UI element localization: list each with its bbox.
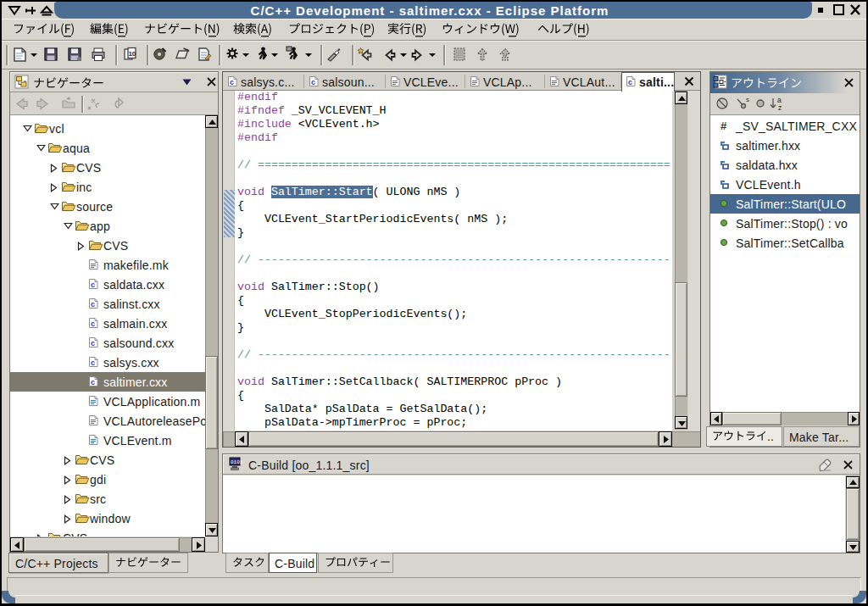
svg-text:s: s — [746, 96, 749, 103]
svg-text:c: c — [230, 78, 234, 86]
svg-text:c: c — [91, 300, 95, 309]
svg-text:10: 10 — [128, 50, 136, 58]
svg-text:c: c — [91, 320, 95, 328]
svg-text:c: c — [91, 339, 95, 347]
svg-text:c: c — [91, 281, 95, 289]
svg-text:0101: 0101 — [231, 459, 243, 465]
svg-text:c: c — [91, 359, 95, 367]
svg-text:c: c — [628, 78, 632, 86]
svg-text:c: c — [311, 78, 315, 86]
svg-text:z: z — [778, 103, 782, 112]
svg-text:c: c — [91, 378, 95, 386]
